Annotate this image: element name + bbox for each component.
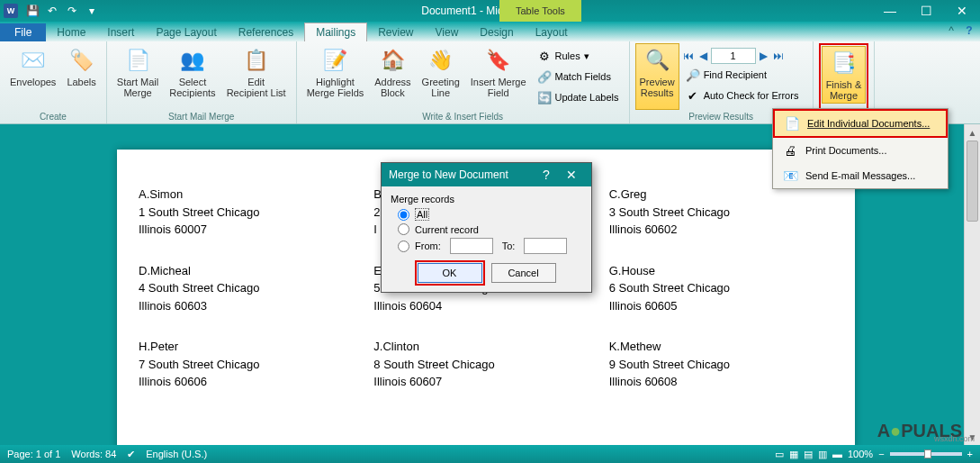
rules-button[interactable]: ⚙Rules ▾ (533, 46, 624, 66)
record: G.House6 South Street ChicagoIllinois 60… (609, 262, 833, 315)
status-bar: Page: 1 of 1 Words: 84 ✔ English (U.S.) … (0, 445, 980, 463)
proofing-icon[interactable]: ✔ (127, 449, 135, 460)
find-recipient-button[interactable]: 🔎Find Recipient (681, 65, 807, 85)
print-documents-item[interactable]: 🖨 Print Documents... (773, 138, 948, 163)
help-icon[interactable]: ? (962, 23, 976, 38)
tab-layout[interactable]: Layout (525, 23, 579, 41)
dialog-close-button[interactable]: ✕ (559, 163, 584, 186)
zoom-in-button[interactable]: + (967, 449, 973, 459)
page-status[interactable]: Page: 1 of 1 (7, 449, 60, 459)
zoom-level[interactable]: 100% (848, 449, 873, 459)
dialog-title: Merge to New Document (389, 168, 508, 181)
edit-recipient-list-button[interactable]: 📋 Edit Recipient List (222, 43, 291, 110)
last-record-button[interactable]: ⏭ (771, 50, 786, 62)
tab-page-layout[interactable]: Page Layout (145, 23, 227, 41)
update-icon: 🔄 (537, 90, 552, 104)
record: A.Simon1 South Street ChicagoIllinois 60… (139, 186, 363, 239)
from-input[interactable] (450, 238, 493, 254)
qat-more-icon[interactable]: ▾ (85, 4, 99, 18)
cancel-button[interactable]: Cancel (491, 263, 556, 283)
dialog-help-button[interactable]: ? (534, 163, 559, 186)
view-fullscreen-icon[interactable]: ▦ (789, 449, 798, 460)
tab-view[interactable]: View (425, 23, 470, 41)
save-icon[interactable]: 💾 (25, 4, 40, 18)
title-bar: W 💾 ↶ ↷ ▾ Document1 - Microsoft Word Tab… (0, 0, 980, 22)
labels-icon: 🏷️ (67, 46, 96, 75)
radio-current-input[interactable] (398, 223, 409, 235)
to-input[interactable] (524, 238, 567, 254)
edit-docs-icon: 📄 (784, 115, 800, 132)
send-email-messages-item[interactable]: 📧 Send E-mail Messages... (773, 163, 948, 188)
radio-all[interactable]: All (398, 208, 582, 221)
zoom-out-button[interactable]: − (878, 449, 884, 459)
record: K.Methew9 South Street ChicagoIllinois 6… (609, 338, 833, 391)
close-button[interactable]: ✕ (944, 0, 980, 22)
radio-from-to[interactable]: From: To: (398, 238, 582, 254)
record: C.Greg3 South Street ChicagoIllinois 606… (609, 186, 833, 239)
file-tab[interactable]: File (0, 23, 46, 41)
match-fields-button[interactable]: 🔗Match Fields (533, 67, 624, 86)
zoom-knob[interactable] (924, 449, 931, 458)
group-write-insert: 📝 Highlight Merge Fields 🏠 Address Block… (297, 41, 630, 123)
ribbon-tabs: File Home Insert Page Layout References … (0, 22, 980, 41)
ok-button[interactable]: OK (418, 263, 482, 283)
record-number-input[interactable] (711, 48, 756, 64)
greeting-line-button[interactable]: 👋 Greeting Line (418, 43, 464, 110)
record-navigator: ⏮ ◀ ▶ ⏭ (681, 48, 807, 64)
view-outline-icon[interactable]: ▥ (818, 449, 827, 460)
language-status[interactable]: English (U.S.) (146, 449, 207, 459)
minimize-button[interactable]: — (872, 0, 908, 22)
dialog-titlebar[interactable]: Merge to New Document ? ✕ (382, 163, 591, 186)
group-start-mail-merge: 📄 Start Mail Merge 👥 Select Recipients 📋… (107, 41, 297, 123)
insert-merge-field-button[interactable]: 🔖 Insert Merge Field (466, 43, 531, 110)
maximize-button[interactable]: ☐ (908, 0, 944, 22)
match-icon: 🔗 (537, 69, 552, 84)
recipients-icon: 👥 (178, 46, 207, 75)
insert-field-icon: 🔖 (484, 46, 513, 75)
view-draft-icon[interactable]: ▬ (832, 449, 842, 459)
first-record-button[interactable]: ⏮ (681, 50, 696, 62)
tab-home[interactable]: Home (46, 23, 96, 41)
radio-current[interactable]: Current record (398, 223, 582, 235)
finish-merge-button[interactable]: 📑 Finish & Merge (822, 46, 867, 104)
tab-review[interactable]: Review (367, 23, 424, 41)
select-recipients-button[interactable]: 👥 Select Recipients (165, 43, 220, 110)
redo-icon[interactable]: ↷ (65, 4, 79, 18)
tab-design[interactable]: Design (469, 23, 524, 41)
source-watermark: wsxdn.com (934, 434, 975, 443)
update-labels-button[interactable]: 🔄Update Labels (533, 87, 624, 107)
find-icon: 🔎 (686, 68, 700, 82)
group-create: ✉️ Envelopes 🏷️ Labels Create (0, 41, 107, 123)
start-mail-merge-button[interactable]: 📄 Start Mail Merge (112, 43, 163, 110)
labels-button[interactable]: 🏷️ Labels (62, 43, 100, 110)
radio-from-input[interactable] (398, 241, 409, 252)
tab-references[interactable]: References (228, 23, 304, 41)
next-record-button[interactable]: ▶ (758, 50, 769, 62)
auto-check-errors-button[interactable]: ✔Auto Check for Errors (681, 86, 807, 105)
contextual-tab-label: Table Tools (499, 0, 581, 22)
word-count[interactable]: Words: 84 (71, 449, 116, 459)
scroll-up-icon[interactable]: ▲ (965, 124, 980, 141)
finish-icon: 📑 (830, 49, 859, 77)
scroll-thumb[interactable] (967, 141, 978, 222)
print-icon: 🖨 (782, 142, 798, 159)
vertical-scrollbar[interactable]: ▲ ▼ (964, 124, 980, 445)
preview-results-button[interactable]: 🔍 Preview Results (635, 43, 679, 110)
radio-all-input[interactable] (398, 209, 409, 221)
view-web-icon[interactable]: ▤ (804, 449, 813, 460)
view-print-layout-icon[interactable]: ▭ (775, 449, 784, 460)
highlight-merge-fields-button[interactable]: 📝 Highlight Merge Fields (302, 43, 369, 110)
record: H.Peter7 South Street ChicagoIllinois 60… (139, 338, 363, 391)
address-block-button[interactable]: 🏠 Address Block (370, 43, 415, 110)
rules-icon: ⚙ (537, 49, 552, 63)
envelopes-button[interactable]: ✉️ Envelopes (5, 43, 60, 110)
prev-record-button[interactable]: ◀ (697, 50, 709, 62)
zoom-slider[interactable] (890, 452, 962, 456)
edit-individual-documents-item[interactable]: 📄 Edit Individual Documents... (773, 109, 948, 138)
minimize-ribbon-icon[interactable]: ^ (944, 23, 958, 38)
tab-mailings[interactable]: Mailings (304, 23, 367, 41)
record: J.Clinton8 South Street ChicagoIllinois … (373, 338, 598, 391)
tab-insert[interactable]: Insert (96, 23, 145, 41)
check-icon: ✔ (686, 88, 700, 103)
undo-icon[interactable]: ↶ (45, 4, 59, 18)
